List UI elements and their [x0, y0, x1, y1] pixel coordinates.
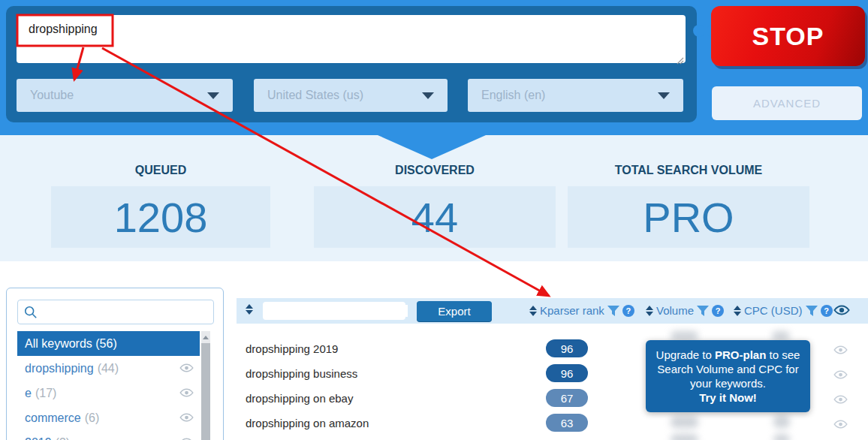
upgrade-text-bold: PRO-plan — [715, 348, 766, 361]
sidebar-item-all-keywords[interactable]: All keywords (56) — [17, 331, 200, 356]
sidebar-item-label: commerce — [25, 411, 81, 425]
language-select[interactable]: English (en) — [468, 79, 683, 112]
queued-count: 1208 — [114, 193, 208, 242]
sort-icon[interactable] — [246, 304, 253, 315]
keyword-cell: dropshipping business — [246, 361, 357, 386]
eye-icon[interactable] — [833, 344, 848, 357]
filter-icon[interactable] — [806, 306, 818, 316]
stat-label-total-volume: TOTAL SEARCH VOLUME — [568, 164, 809, 177]
column-header-volume: Volume ? — [646, 304, 724, 317]
sidebar-search-input[interactable] — [44, 306, 207, 318]
eye-icon[interactable] — [179, 411, 194, 425]
textarea-resize-handle[interactable] — [677, 54, 684, 62]
sidebar-item-commerce[interactable]: commerce (6) — [17, 405, 200, 430]
eye-icon[interactable] — [179, 436, 194, 440]
help-icon[interactable]: ? — [821, 305, 833, 317]
sidebar-item-label: dropshipping — [25, 362, 94, 375]
sidebar-item-label: e — [25, 387, 32, 400]
sidebar-item-2019[interactable]: 2019 (3) — [17, 430, 200, 440]
hidden-cpc-value — [773, 434, 790, 440]
upgrade-pro-tooltip[interactable]: Upgrade to PRO-plan to see Search Volume… — [646, 340, 810, 412]
eye-icon[interactable] — [833, 393, 848, 407]
hidden-cpc-value — [773, 415, 790, 428]
sidebar-scrollbar[interactable] — [201, 331, 210, 440]
export-button[interactable]: Export — [417, 301, 492, 321]
scrollbar-thumb[interactable] — [201, 343, 210, 440]
eye-icon[interactable] — [179, 387, 194, 400]
keyword-group-sidebar: All keywords (56) dropshipping (44) e (1… — [6, 288, 224, 440]
rank-badge: 67 — [546, 389, 588, 407]
keyword-group-list: All keywords (56) dropshipping (44) e (1… — [17, 331, 200, 440]
table-search-input[interactable] — [272, 305, 408, 317]
source-select-value: Youtube — [30, 89, 74, 102]
sidebar-item-count: (17) — [35, 387, 56, 400]
sidebar-item-label: 2019 — [25, 436, 52, 440]
column-label-volume[interactable]: Volume — [656, 304, 694, 317]
filter-icon[interactable] — [697, 306, 709, 316]
chevron-down-icon — [422, 92, 434, 99]
column-label-rank[interactable]: Kparser rank — [540, 304, 604, 317]
column-header-cpc: CPC (USD) ? — [734, 304, 833, 317]
chevron-down-icon — [658, 92, 670, 99]
rank-badge: 96 — [546, 364, 588, 382]
sidebar-item-count: (6) — [85, 411, 100, 425]
table-search — [263, 302, 405, 320]
keyword-cell: dropshipping on ebay — [246, 386, 353, 411]
filter-icon[interactable] — [607, 306, 619, 316]
discovered-count: 44 — [411, 193, 458, 242]
sidebar-item-count: (3) — [56, 436, 71, 440]
sidebar-search — [17, 300, 214, 324]
try-it-now-link[interactable]: Try it Now! — [652, 390, 804, 405]
rank-badge: 96 — [546, 339, 588, 357]
sidebar-item-label: All keywords (56) — [25, 337, 117, 351]
sidebar-item-e[interactable]: e (17) — [17, 381, 200, 405]
country-select[interactable]: United States (us) — [254, 79, 448, 112]
rank-badge: 63 — [546, 414, 588, 432]
chevron-down-icon — [207, 92, 219, 99]
total-volume-value: PRO — [643, 193, 734, 242]
eye-icon[interactable] — [833, 418, 848, 432]
column-header-kparser-rank: Kparser rank ? — [529, 304, 634, 317]
sort-icon[interactable] — [734, 306, 741, 316]
hidden-volume-value — [671, 434, 698, 440]
eye-icon[interactable] — [833, 305, 850, 318]
column-label-cpc[interactable]: CPC (USD) — [744, 304, 803, 317]
stat-label-queued: QUEUED — [51, 164, 270, 177]
header-notch — [378, 135, 486, 159]
sidebar-item-count: (44) — [98, 362, 119, 375]
eye-icon[interactable] — [179, 362, 194, 375]
keyword-input[interactable]: dropshipping — [17, 15, 686, 63]
advanced-button[interactable]: ADVANCED — [712, 86, 862, 120]
sort-icon[interactable] — [646, 306, 653, 316]
help-icon[interactable]: ? — [712, 305, 724, 317]
stat-value-queued: 1208 — [51, 186, 270, 248]
source-select[interactable]: Youtube — [17, 79, 233, 112]
sort-icon[interactable] — [529, 306, 537, 316]
table-toolbar: Export Kparser rank ? Volume ? CPC (USD)… — [237, 298, 868, 324]
search-header: dropshipping Youtube United States (us) … — [0, 0, 868, 135]
hidden-volume-value — [671, 416, 698, 428]
keyword-cell: dropshipping 2019 — [246, 336, 338, 361]
sidebar-item-dropshipping[interactable]: dropshipping (44) — [17, 356, 200, 381]
kparser-app: dropshipping Youtube United States (us) … — [0, 0, 868, 440]
eye-icon[interactable] — [833, 369, 848, 382]
country-select-value: United States (us) — [267, 89, 363, 102]
keyword-cell: dropshipping on amazon — [246, 411, 369, 435]
stop-button[interactable]: STOP — [711, 6, 865, 66]
stat-value-discovered: 44 — [314, 186, 556, 248]
help-icon[interactable]: ? — [622, 305, 634, 317]
scroll-up-arrow[interactable] — [201, 331, 210, 343]
upgrade-text: Upgrade to — [656, 348, 715, 361]
search-panel: dropshipping Youtube United States (us) … — [6, 6, 697, 122]
stat-label-discovered: DISCOVERED — [314, 164, 556, 177]
search-icon — [24, 306, 38, 319]
stat-value-total-volume: PRO — [568, 186, 809, 248]
stats-bar: QUEUED 1208 DISCOVERED 44 TOTAL SEARCH V… — [0, 135, 868, 261]
language-select-value: English (en) — [481, 89, 545, 102]
